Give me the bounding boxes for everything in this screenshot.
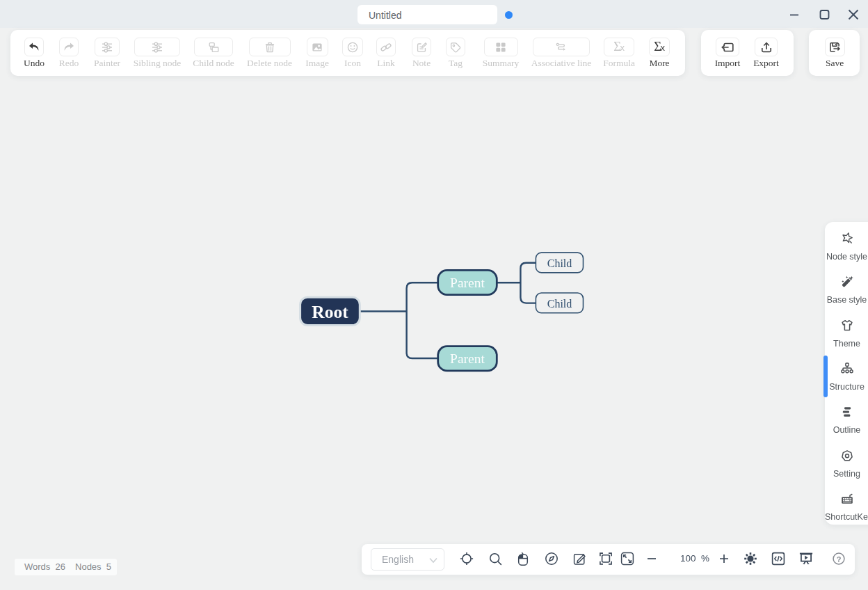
svg-text:Root: Root — [312, 302, 348, 322]
svg-text:?: ? — [837, 555, 842, 564]
svg-text:Parent: Parent — [450, 276, 485, 290]
svg-text:Parent: Parent — [450, 351, 485, 366]
svg-text:Child: Child — [547, 257, 572, 269]
svg-text:x: x — [660, 42, 665, 53]
svg-text:Child: Child — [547, 298, 572, 310]
svg-text:x: x — [620, 42, 625, 53]
